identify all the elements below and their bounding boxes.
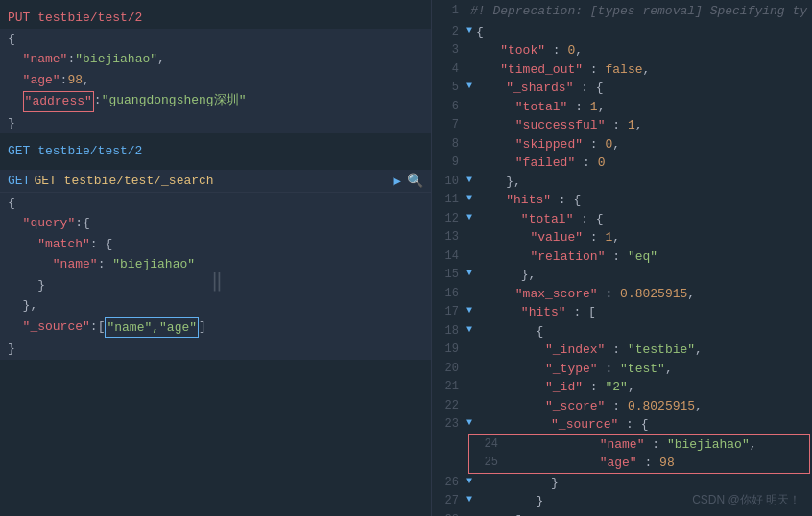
line-12: 12 ▼ "total" : { [432, 210, 812, 229]
run-button[interactable]: ▶ [394, 173, 401, 189]
line-5: 5 ▼ "_shards" : { [432, 79, 812, 98]
source-result-highlight: 24 "name" : "biejiahao", 25 "age" : 98 [468, 434, 810, 474]
line-13: 13 "value" : 1, [432, 228, 812, 247]
address-key-highlight: "address" [23, 91, 94, 112]
search-body-0: { [0, 193, 431, 214]
line-2: 2 ▼ { [432, 23, 812, 42]
put-body-line-2: "age":98, [0, 70, 431, 91]
line-17: 17 ▼ "hits" : [ [432, 303, 812, 322]
line-25: 25 "age" : 98 [471, 454, 807, 473]
line-26: 26 ▼ } [432, 474, 812, 493]
line-23: 23 ▼ "_source" : { [432, 415, 812, 434]
search-bar[interactable]: GET GET testbie/test/_search ▶ 🔍 [0, 170, 431, 193]
spacer-2 [0, 162, 431, 170]
search-icon[interactable]: 🔍 [407, 173, 423, 189]
line-7: 7 "successful" : 1, [432, 116, 812, 135]
source-fields-highlight: "name","age" [105, 317, 199, 339]
line-10: 10 ▼ }, [432, 173, 812, 192]
line-21: 21 "_id" : "2", [432, 378, 812, 397]
search-body-7: } [0, 339, 431, 360]
line-6: 6 "total" : 1, [432, 98, 812, 117]
put-method: PUT testbie/test/2 [8, 9, 142, 28]
line-16: 16 "max_score" : 0.8025915, [432, 285, 812, 304]
search-body-2: "match": { [0, 234, 431, 255]
line-15: 15 ▼ }, [432, 266, 812, 285]
put-request-line: PUT testbie/test/2 [0, 8, 431, 29]
get-request-line: GET testbie/test/2 [0, 141, 431, 162]
line-28: 28 ] [432, 511, 812, 517]
deprecation-comment: #! Deprecation: [types removal] Specifyi… [466, 2, 812, 21]
put-body-end: } [0, 113, 431, 134]
search-body-1: "query":{ [0, 213, 431, 234]
line-22: 22 "_score" : 0.8025915, [432, 397, 812, 416]
left-panel: PUT testbie/test/2 { "name":"biejiahao",… [0, 0, 432, 516]
watermark: CSDN @你好 明天！ [692, 492, 800, 508]
line-11: 11 ▼ "hits" : { [432, 191, 812, 210]
line-3: 3 "took" : 0, [432, 41, 812, 60]
line-24: 24 "name" : "biejiahao", [471, 435, 807, 455]
line-14: 14 "relation" : "eq" [432, 247, 812, 267]
spacer-1 [0, 133, 431, 141]
search-body-5: }, [0, 295, 431, 317]
line-8: 8 "skipped" : 0, [432, 135, 812, 154]
line-4: 4 "timed_out" : false, [432, 60, 812, 80]
put-body-line-3: "address":"guangdongsheng深圳" [0, 90, 431, 113]
get-method: GET testbie/test/2 [8, 142, 142, 161]
line-9: 9 "failed" : 0 [432, 153, 812, 173]
panel-divider: ‖ [211, 269, 223, 293]
search-url-text: GET testbie/test/_search [34, 174, 213, 188]
put-body-line-0: { [0, 29, 431, 50]
search-actions: ▶ 🔍 [394, 173, 423, 189]
line-20: 20 "_type" : "test", [432, 360, 812, 379]
line-19: 19 "_index" : "testbie", [432, 340, 812, 360]
comment-line: 1 #! Deprecation: [types removal] Specif… [432, 0, 812, 23]
search-body-6: "_source":["name","age"] [0, 317, 431, 340]
search-url: GET GET testbie/test/_search [8, 174, 214, 188]
right-panel: 1 #! Deprecation: [types removal] Specif… [432, 0, 812, 516]
put-body-line-1: "name":"biejiahao", [0, 49, 431, 70]
line-18: 18 ▼ { [432, 322, 812, 341]
